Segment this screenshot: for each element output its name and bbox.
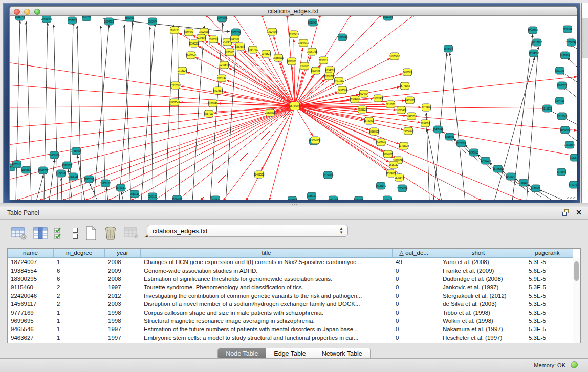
graph-node[interactable]: 9242848 [220, 61, 229, 69]
memory-status-indicator[interactable] [571, 361, 578, 368]
graph-node[interactable]: 8454749 [248, 46, 257, 53]
graph-node[interactable]: 9912954 [184, 29, 193, 36]
graph-node[interactable]: 6675309 [456, 140, 466, 147]
graph-node[interactable]: 8613304 [383, 16, 393, 20]
graph-node[interactable]: 8427552 [213, 87, 223, 94]
graph-node[interactable]: 1770345 [557, 168, 566, 176]
graph-node[interactable]: 1244415 [555, 97, 564, 104]
graph-node[interactable]: 11439943 [506, 173, 516, 180]
graph-node[interactable]: 17957223 [84, 176, 95, 183]
table-row[interactable]: 1938455462009Genome-wide association stu… [8, 266, 580, 274]
float-panel-icon[interactable] [562, 209, 570, 216]
graph-node[interactable]: 15720407 [364, 117, 375, 124]
graph-node[interactable]: 16782751 [116, 184, 126, 191]
graph-node[interactable]: 2718126 [178, 67, 187, 74]
graph-node[interactable]: 25206505 [10, 150, 10, 157]
graph-node[interactable]: 16210722 [324, 73, 335, 80]
graph-node[interactable]: 12505135 [68, 173, 79, 180]
tab-edge-table[interactable]: Edge Table [266, 348, 314, 359]
graph-node[interactable]: 3175685 [225, 49, 234, 56]
graph-node[interactable]: 7485083 [403, 69, 412, 76]
column-display-icon[interactable] [33, 226, 48, 241]
graph-node[interactable]: 1167533 [570, 154, 577, 161]
graph-node[interactable]: 8186328 [209, 36, 218, 43]
graph-node[interactable]: 9884067 [383, 150, 393, 158]
table-row[interactable]: 1456911722003Disruption of a novel membe… [8, 300, 580, 308]
table-scrollbar[interactable] [573, 258, 580, 343]
close-panel-icon[interactable]: ✕ [576, 209, 582, 216]
column-header-out_de[interactable]: △ out_de... [393, 249, 435, 258]
graph-node[interactable]: 6216077 [386, 101, 395, 108]
table-settings-icon[interactable] [11, 226, 27, 241]
graph-node[interactable]: 17510744 [566, 39, 577, 46]
table-row[interactable]: 977716911998Corpus callosum shape and si… [8, 308, 580, 316]
graph-node[interactable]: 19958107 [100, 180, 111, 187]
graph-node[interactable]: 15788952 [493, 165, 504, 172]
graph-node[interactable]: 8990448 [311, 67, 320, 74]
graph-node[interactable]: 1112344 [563, 26, 572, 33]
column-header-name[interactable]: name [8, 249, 54, 258]
table-row[interactable]: 2242004622012Investigating the contribut… [8, 292, 580, 300]
graph-node[interactable]: 20524012 [172, 195, 183, 200]
graph-node[interactable]: 8813054 [308, 19, 317, 26]
graph-node[interactable]: 9050133 [130, 190, 139, 198]
column-header-in_degree[interactable]: in_degree [54, 249, 105, 258]
column-header-year[interactable]: year [105, 249, 141, 258]
graph-node[interactable]: 9777169 [334, 77, 343, 84]
graph-node[interactable]: 20364486 [350, 96, 360, 103]
graph-node[interactable]: 10490233 [481, 157, 491, 164]
graph-node[interactable]: 17016504 [564, 141, 575, 148]
table-row[interactable]: 946362711997Embryonic stem cells: a mode… [8, 334, 580, 342]
graph-node[interactable]: 2055744 [15, 16, 25, 20]
graph-node[interactable]: 1186302 [307, 192, 316, 200]
graph-node[interactable]: 1615132 [389, 161, 398, 168]
graph-node[interactable]: 17665307 [518, 179, 529, 186]
graph-node[interactable]: 7955812 [319, 57, 328, 64]
graph-node[interactable]: 10975887 [62, 162, 73, 169]
graph-node[interactable]: 12942757 [38, 167, 49, 174]
tab-node-table[interactable]: Node Table [218, 348, 266, 359]
graph-node[interactable]: 1757115 [68, 17, 77, 24]
graph-node[interactable]: 22420046 [186, 52, 197, 59]
graph-node[interactable]: 9146821 [262, 50, 271, 57]
graph-node[interactable]: 18775165 [400, 82, 410, 90]
graph-node[interactable]: 9361722 [82, 16, 91, 21]
graph-node[interactable]: 8267110 [204, 110, 213, 117]
graph-node[interactable]: 19384554 [310, 137, 321, 144]
graph-node[interactable]: 18640910 [298, 39, 309, 47]
graph-node[interactable]: 16409540 [433, 126, 444, 133]
graph-node[interactable]: 9463627 [405, 97, 415, 104]
graph-node[interactable]: 9192632 [531, 185, 540, 192]
graph-node[interactable]: 10807487 [373, 95, 384, 102]
graph-node[interactable]: 18325419 [289, 31, 299, 38]
graph-node[interactable]: 16543382 [189, 40, 200, 47]
table-row[interactable]: 1830029562008Estimation of significance … [8, 275, 580, 283]
graph-node[interactable]: 15992971 [560, 126, 571, 134]
graph-node[interactable]: 10873496 [328, 196, 339, 200]
window-titlebar[interactable]: citations_edges.txt [9, 6, 577, 16]
graph-node[interactable]: 9245012 [383, 196, 392, 200]
graph-node[interactable]: 1362615 [300, 62, 309, 70]
graph-node[interactable]: 16961758 [307, 48, 318, 55]
graph-node[interactable]: 23300295 [265, 109, 276, 116]
graph-node[interactable]: 18724007 [290, 102, 300, 110]
network-canvas[interactable]: 2055744206914061757115936172218640928580… [9, 16, 577, 200]
graph-node[interactable]: 8960123 [170, 27, 179, 34]
graph-node[interactable]: 2522547 [395, 174, 404, 181]
column-header-title[interactable]: title [141, 249, 393, 258]
graph-node[interactable]: 8958923 [445, 133, 454, 140]
table-row[interactable]: 946554611997Estimation of the future num… [8, 325, 580, 333]
graph-node[interactable]: 20691406 [41, 16, 52, 23]
graph-node[interactable]: 1156863 [21, 166, 31, 173]
checklist-icon[interactable] [54, 226, 66, 241]
graph-node[interactable]: 8580491 [125, 16, 134, 21]
graph-node[interactable]: 10688609 [369, 128, 380, 135]
network-table-selector[interactable]: citations_edges.txt ▲▼ [147, 225, 348, 237]
graph-node[interactable]: 18107544 [169, 99, 180, 106]
row-toggle-icon[interactable] [72, 226, 78, 241]
graph-node[interactable]: 12217987 [532, 39, 542, 46]
table-row[interactable]: 1872400712008Changes of HCN gene express… [8, 258, 580, 266]
graph-node[interactable]: 20206556 [49, 151, 60, 159]
graph-node[interactable]: 9115460 [422, 104, 431, 111]
graph-node[interactable]: 12124549 [267, 28, 278, 35]
